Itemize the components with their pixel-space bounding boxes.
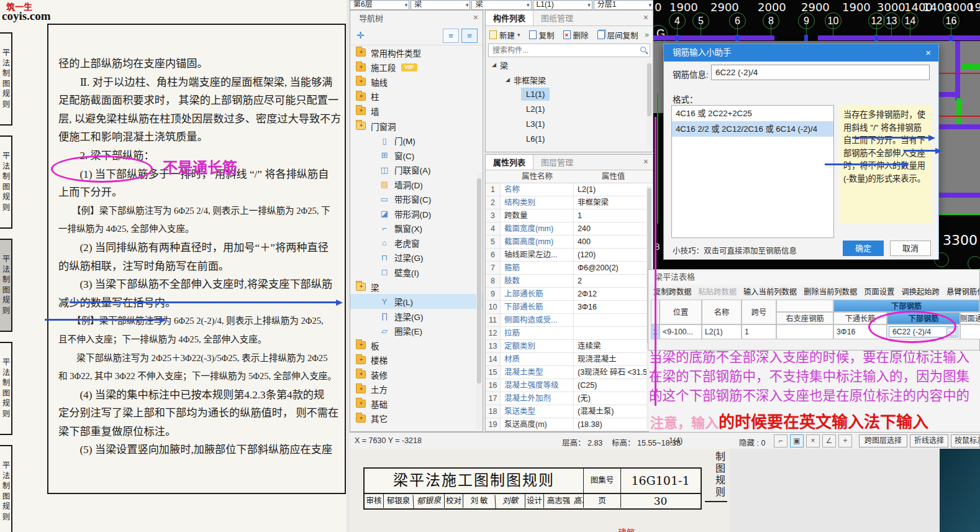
cell-span[interactable]: 1 <box>742 324 776 339</box>
ortho-icon[interactable]: ⌐ <box>774 434 787 447</box>
component-item[interactable]: L3(1) <box>486 117 653 132</box>
navtree-item[interactable]: 柱 <box>350 89 483 104</box>
close-icon[interactable]: × <box>925 47 931 58</box>
component-item[interactable]: L1(1) <box>486 87 653 102</box>
navtree-item[interactable]: ◪ 带形洞(D) <box>350 206 483 221</box>
navtree-item[interactable]: ◻ 壁龛(I) <box>350 265 483 280</box>
navtree-item[interactable]: 其它 <box>350 411 483 426</box>
list-view-button[interactable]: ≡ <box>443 29 459 43</box>
property-value[interactable]: 1 <box>574 209 653 222</box>
navtree-item[interactable]: 墙 <box>350 104 483 119</box>
tab-property-list[interactable]: 属性列表 <box>486 155 533 170</box>
property-row[interactable]: 17 混凝土外加剂 (无) <box>486 392 653 405</box>
property-row[interactable]: 5 截面高度(mm) 400 <box>486 236 653 249</box>
navtree-item[interactable]: ▱ 圈梁(E) <box>350 323 483 338</box>
cancel-button[interactable]: 取消 <box>890 241 931 256</box>
expander-icon[interactable]: ◢ <box>506 76 510 83</box>
property-row[interactable]: 14 材质 现浇混凝土 <box>486 353 653 366</box>
navtree-item[interactable]: 施工段 VIP <box>350 60 483 75</box>
navtree-item[interactable]: ▤ 墙洞(D) <box>350 177 483 192</box>
beam-table-tool[interactable]: 输入当前列数据 <box>743 286 797 297</box>
tab-layer-management[interactable]: 图层管理 <box>533 155 581 170</box>
navtree-item[interactable]: ⌐ 飘窗(X) <box>350 221 483 236</box>
property-value[interactable]: L2(1) <box>574 183 653 196</box>
cell-position[interactable]: <9-100... <box>660 324 702 339</box>
search-icon[interactable] <box>640 47 646 52</box>
search-input[interactable] <box>489 44 632 57</box>
navtree-item[interactable]: 板 <box>350 338 483 353</box>
rebar-info-input[interactable] <box>711 65 930 80</box>
navtree-scrollbar[interactable] <box>476 172 482 430</box>
copy-button[interactable]: 复制 <box>539 29 555 41</box>
layer-box-icon[interactable]: ▣ <box>790 434 804 447</box>
navtree-item[interactable]: 轴线 <box>350 75 483 89</box>
beam-table-tool[interactable]: 悬臂钢筋代号 <box>946 286 979 297</box>
delete-button[interactable]: 删除 <box>573 29 589 41</box>
navtree-item[interactable]: ▭ 带形窗(C) <box>350 191 483 206</box>
component-item[interactable]: L2(1) <box>486 102 653 117</box>
component-group-root[interactable]: ◢ 梁 <box>486 57 653 72</box>
beam-table-tool[interactable]: 调换起始跨 <box>901 286 940 297</box>
layer-copy-button[interactable]: 层间复制 <box>607 29 638 41</box>
ok-button[interactable]: 确定 <box>843 241 884 256</box>
tab-component-list[interactable]: 构件列表 <box>486 11 533 25</box>
navtree-item[interactable]: 基础 <box>350 397 483 411</box>
property-row[interactable]: 8 肢数 2 <box>486 275 653 288</box>
property-row[interactable]: 18 泵送类型 (混凝土泵) <box>486 405 653 418</box>
component-scrollbar[interactable] <box>647 60 652 150</box>
property-value[interactable]: 2 <box>574 275 653 287</box>
property-row[interactable]: 12 拉筋 <box>486 327 653 340</box>
navtree-item[interactable]: 门窗洞 <box>350 119 483 134</box>
angle-icon[interactable]: ∠ <box>822 434 836 447</box>
plus-icon[interactable]: + <box>838 434 852 447</box>
overflow-icon[interactable]: » <box>645 30 649 39</box>
navtree-item[interactable]: 常用构件类型 <box>350 45 483 60</box>
close-icon[interactable]: × <box>473 13 478 22</box>
property-value[interactable] <box>574 314 653 326</box>
property-value[interactable]: 3Φ16 <box>574 301 653 313</box>
property-value[interactable] <box>574 327 653 339</box>
navtree-item[interactable]: 梁 <box>350 280 483 295</box>
property-row[interactable]: 2 结构类别 非框架梁 <box>486 196 653 209</box>
property-value[interactable]: 非框架梁 <box>574 196 653 209</box>
beam-table-tool[interactable]: 页面设置 <box>864 286 894 297</box>
property-value[interactable]: (无) <box>574 392 653 405</box>
property-row[interactable]: 9 上部通长筋 2Φ12 <box>486 288 653 301</box>
cross-layer-select-button[interactable]: 跨图层选择 <box>859 434 907 447</box>
property-row[interactable]: 7 箍筋 Φ6@200(2) <box>486 262 653 275</box>
navtree-item[interactable]: ▯ 门(M) <box>350 133 483 148</box>
beam-table-tool[interactable]: 粘贴跨数据 <box>699 286 737 297</box>
format-option[interactable]: 4C16 2/2 或 2C12/2C16 或 6C14 (-2)/4 <box>672 121 833 137</box>
format-option[interactable]: 4C16 或 2C22+2C25 <box>672 106 833 121</box>
navtree-item[interactable]: ∏ 连梁(G) <box>350 309 483 324</box>
navtree-item[interactable]: Y 梁(L) <box>350 294 483 309</box>
property-value[interactable]: 2Φ12 <box>574 288 653 300</box>
beam-table-tool[interactable]: 复制跨数据 <box>653 286 692 297</box>
add-icon[interactable]: ✛ <box>356 30 365 41</box>
property-value[interactable]: (C25) <box>574 379 653 392</box>
property-row[interactable]: 6 轴线距梁左边... (120) <box>486 249 653 262</box>
new-button[interactable]: 新建 <box>499 29 515 41</box>
navtree-item[interactable]: ⌂ 老虎窗 <box>350 236 483 250</box>
property-value[interactable]: Φ6@200(2) <box>574 262 653 274</box>
property-row[interactable]: 10 下部通长筋 3Φ16 <box>486 301 653 314</box>
property-value[interactable]: 240 <box>574 222 653 235</box>
polyline-select-button[interactable]: 折线选择 <box>910 434 948 447</box>
context-dropdown[interactable]: L1(1) ▾ <box>533 0 592 10</box>
navtree-item[interactable]: 土方 <box>350 382 483 397</box>
property-row[interactable]: 16 混凝土强度等级 (C25) <box>486 379 653 392</box>
mouse-left-button[interactable]: 按鼠标左 <box>951 434 980 447</box>
property-value[interactable]: (3现浇砼 碎石 <31.5... <box>574 366 653 378</box>
context-dropdown[interactable]: 梁 ▾ <box>471 0 531 10</box>
property-value[interactable]: 400 <box>574 236 653 248</box>
component-group[interactable]: ◢ 非框架梁 <box>486 72 653 87</box>
property-value[interactable]: 现浇混凝土 <box>574 353 653 365</box>
navtree-item[interactable]: ⊓ 过梁(G) <box>350 250 483 265</box>
property-row[interactable]: 4 截面宽度(mm) 240 <box>486 222 653 236</box>
context-dropdown[interactable]: 第6层 ▾ <box>350 0 409 10</box>
tab-drawing-management[interactable]: 图纸管理 <box>533 11 581 25</box>
context-dropdown[interactable]: 分层1 ▾ <box>594 0 653 10</box>
context-dropdown[interactable]: 梁 ▾ <box>411 0 470 10</box>
card-view-button[interactable]: ≡ <box>461 29 478 43</box>
property-row[interactable]: 15 混凝土类型 (3现浇砼 碎石 <31.5... <box>486 366 653 379</box>
